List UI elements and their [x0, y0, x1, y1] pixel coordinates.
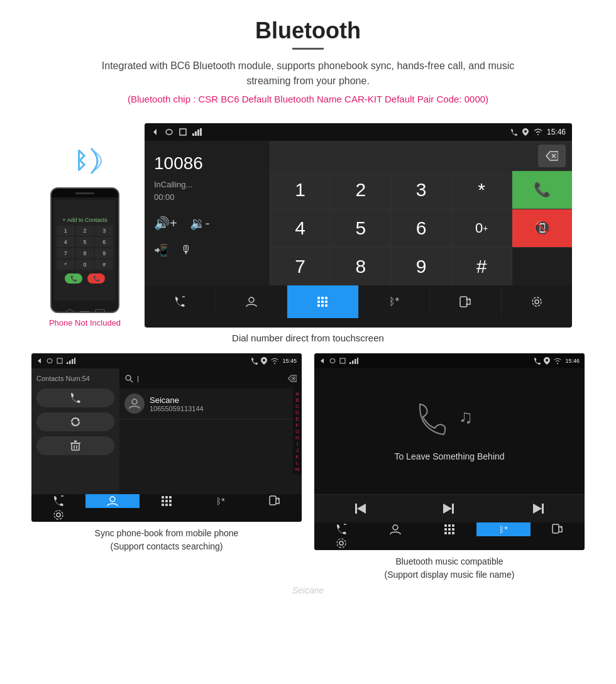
cnav-settings[interactable] — [31, 508, 85, 522]
backspace-button[interactable] — [538, 145, 566, 167]
nav-contacts[interactable] — [216, 285, 287, 318]
play-next-button[interactable] — [437, 501, 462, 516]
contacts-android-screen: 15:45 Contacts Num:54 — [31, 353, 302, 522]
dial-bottom-nav: ᛒ* — [145, 285, 572, 318]
volume-down-icon[interactable]: 🔉- — [190, 216, 210, 231]
mnav-keypad[interactable] — [422, 522, 476, 536]
dial-statusbar: 15:46 — [145, 123, 572, 141]
calling-label: InCalling... — [154, 179, 260, 191]
keypad-7[interactable]: 7 — [270, 248, 330, 285]
alpha-c[interactable]: C — [295, 404, 299, 409]
keypad-hash[interactable]: # — [452, 248, 512, 285]
wifi-icon — [533, 128, 543, 136]
svg-rect-28 — [69, 361, 71, 365]
call-button[interactable]: 📞 — [512, 171, 572, 209]
circle-icon-contacts — [47, 358, 53, 363]
alpha-j[interactable]: J — [296, 448, 299, 453]
music-song-title: To Leave Something Behind — [394, 451, 504, 461]
nav-phone-transfer[interactable] — [430, 285, 501, 318]
svg-rect-15 — [317, 301, 320, 303]
mnav-bluetooth[interactable]: ᛒ* — [476, 522, 531, 536]
keypad-3[interactable]: 3 — [391, 171, 451, 209]
svg-point-44 — [132, 399, 137, 404]
svg-rect-54 — [165, 504, 168, 506]
mnav-call[interactable] — [314, 522, 368, 536]
music-statusbar: 15:46 — [314, 353, 585, 368]
volume-up-icon[interactable]: 🔊+ — [154, 216, 177, 231]
music-notes-icon: ♫ — [459, 404, 484, 436]
transfer-icon[interactable]: 📲 — [154, 243, 168, 257]
alpha-h[interactable]: H — [295, 435, 299, 441]
mnav-contacts[interactable] — [368, 522, 422, 536]
alpha-b[interactable]: B — [295, 397, 299, 403]
mnav-transfer[interactable] — [531, 522, 585, 536]
cnav-bluetooth[interactable]: ᛒ* — [194, 494, 248, 508]
contacts-search-bar[interactable]: | — [119, 368, 302, 389]
svg-rect-12 — [317, 297, 320, 299]
nav-keypad[interactable] — [287, 285, 358, 318]
mic-icon[interactable]: 🎙 — [180, 243, 192, 257]
svg-text:ᛒ: ᛒ — [74, 148, 88, 174]
alpha-i[interactable]: I — [297, 441, 298, 447]
delete-contact-button[interactable] — [36, 436, 114, 455]
svg-rect-20 — [325, 304, 327, 307]
location-icon-music — [544, 357, 550, 365]
svg-marker-59 — [321, 358, 324, 363]
end-call-button[interactable]: 📵 — [512, 209, 572, 247]
cnav-keypad[interactable] — [140, 494, 194, 508]
keypad-8[interactable]: 8 — [331, 248, 390, 285]
call-timer: 00:00 — [154, 191, 260, 204]
alpha-e[interactable]: E — [295, 416, 299, 422]
next-button[interactable] — [527, 501, 552, 516]
page-subtitle: Integrated with BC6 Bluetooth module, su… — [88, 58, 528, 89]
svg-point-31 — [263, 359, 265, 361]
keypad-4[interactable]: 4 — [270, 209, 330, 247]
alpha-d[interactable]: D — [295, 410, 299, 416]
music-caption: Bluetooth music compatible (Support disp… — [385, 555, 515, 582]
svg-point-25 — [47, 359, 52, 363]
nav-settings[interactable] — [502, 285, 573, 318]
music-statusbar-time: 15:46 — [565, 358, 580, 364]
svg-rect-61 — [340, 358, 345, 363]
keypad-2[interactable]: 2 — [331, 171, 390, 209]
dial-main-content: 10086 InCalling... 00:00 🔊+ 🔉- 📲 🎙 — [145, 141, 572, 285]
phone-not-included-label: Phone Not Included — [49, 318, 121, 328]
svg-point-40 — [126, 375, 131, 380]
svg-rect-18 — [317, 304, 320, 307]
keypad-0plus[interactable]: 0+ — [452, 209, 512, 247]
svg-point-2 — [166, 130, 172, 135]
svg-point-76 — [393, 525, 398, 530]
alpha-m[interactable]: M — [295, 466, 300, 472]
alpha-f[interactable]: F — [296, 422, 299, 428]
cnav-transfer[interactable] — [248, 494, 302, 508]
svg-rect-3 — [180, 129, 186, 135]
svg-point-88 — [337, 539, 346, 548]
nav-bluetooth[interactable]: ᛒ* — [359, 285, 430, 318]
svg-rect-64 — [355, 359, 356, 364]
alpha-a[interactable]: A — [295, 391, 299, 397]
contacts-caption: Sync phone-book from mobile phone (Suppo… — [95, 527, 239, 553]
nav-call[interactable] — [145, 285, 216, 318]
cnav-call[interactable] — [31, 494, 85, 508]
music-icon-area: ♫ — [415, 401, 484, 439]
contact-item[interactable]: Seicane 10655059113144 — [119, 389, 293, 419]
keypad-6[interactable]: 6 — [391, 209, 451, 247]
dial-keypad-panel: 1 2 3 * 📞 4 5 6 0+ 📵 7 8 9 # — [270, 141, 572, 285]
cnav-contacts[interactable] — [85, 494, 140, 508]
keypad-9[interactable]: 9 — [391, 248, 451, 285]
keypad-5[interactable]: 5 — [331, 209, 390, 247]
prev-button[interactable] — [347, 501, 372, 516]
mnav-settings[interactable] — [314, 536, 368, 550]
svg-rect-7 — [200, 128, 202, 136]
keypad-1[interactable]: 1 — [270, 171, 330, 209]
statusbar-right: 15:46 — [509, 128, 566, 136]
call-contact-button[interactable] — [36, 389, 114, 407]
dial-calling-status: InCalling... 00:00 — [154, 179, 260, 203]
alpha-k[interactable]: K — [295, 454, 299, 460]
contacts-caption-line1: Sync phone-book from mobile phone — [95, 527, 239, 540]
alpha-l[interactable]: L — [296, 460, 299, 466]
keypad-star[interactable]: * — [452, 171, 512, 209]
alpha-g[interactable]: G — [295, 429, 299, 434]
sync-contact-button[interactable] — [36, 412, 114, 431]
dial-caption: Dial number direct from touchscreen — [0, 333, 616, 343]
